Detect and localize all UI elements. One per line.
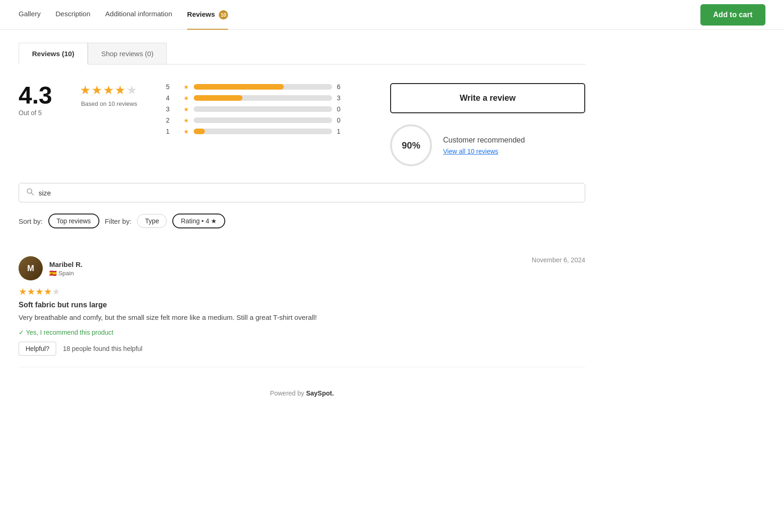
bar-fill-4 bbox=[194, 95, 242, 101]
rating-bars: 5 ★ 6 4 ★ 3 3 ★ 0 2 ★ 0 bbox=[166, 83, 342, 135]
reviews-badge: 10 bbox=[219, 10, 228, 19]
helpful-row: Helpful? 18 people found this helpful bbox=[19, 342, 585, 356]
avatar: M bbox=[19, 256, 43, 280]
bar-track-2 bbox=[194, 117, 332, 123]
filter-type[interactable]: Type bbox=[137, 214, 167, 228]
rating-number: 4.3 bbox=[19, 83, 52, 107]
star-2: ★ bbox=[91, 83, 103, 97]
sub-tabs: Reviews (10) Shop reviews (0) bbox=[19, 43, 585, 65]
bar-label-4: 4 bbox=[166, 94, 179, 102]
bar-row-1: 1 ★ 1 bbox=[166, 128, 342, 135]
recommend-text: Yes, I recommend this product bbox=[26, 329, 114, 336]
search-bar bbox=[19, 183, 585, 202]
rating-summary: 4.3 Out of 5 ★★★★★ Based on 10 reviews 5… bbox=[19, 83, 585, 166]
star-5-empty: ★ bbox=[126, 83, 138, 97]
tab-reviews-10[interactable]: Reviews (10) bbox=[19, 43, 88, 65]
star-1: ★ bbox=[80, 83, 91, 97]
view-all-reviews-link[interactable]: View all 10 reviews bbox=[443, 148, 498, 155]
bar-count-5: 6 bbox=[337, 83, 342, 91]
review-body: Very breathable and comfy, but the small… bbox=[19, 312, 585, 323]
recommend-block: 90% Customer recommended View all 10 rev… bbox=[390, 124, 585, 166]
bar-row-2: 2 ★ 0 bbox=[166, 117, 342, 124]
rating-stars-block: ★★★★★ Based on 10 reviews bbox=[80, 83, 138, 107]
brand-name: SaySpot. bbox=[306, 389, 334, 397]
reviewer-info: M Maribel R. 🇪🇸 Spain bbox=[19, 256, 83, 280]
rev-star-5-empty: ★ bbox=[52, 286, 60, 297]
search-input[interactable] bbox=[39, 189, 577, 197]
rev-star-1: ★ bbox=[19, 286, 27, 297]
bar-label-5: 5 bbox=[166, 83, 179, 91]
rev-star-4: ★ bbox=[44, 286, 52, 297]
tab-shop-reviews[interactable]: Shop reviews (0) bbox=[88, 43, 167, 64]
bar-label-1: 1 bbox=[166, 128, 179, 135]
bar-star-4: ★ bbox=[183, 95, 189, 102]
bar-label-2: 2 bbox=[166, 117, 179, 124]
powered-by: Powered by SaySpot. bbox=[19, 389, 585, 397]
rating-score-block: 4.3 Out of 5 bbox=[19, 83, 52, 117]
bar-fill-5 bbox=[194, 84, 284, 90]
main-content: Reviews (10) Shop reviews (0) 4.3 Out of… bbox=[0, 30, 604, 425]
nav-additional-information[interactable]: Additional information bbox=[105, 10, 172, 19]
svg-line-1 bbox=[32, 193, 34, 195]
rating-outof: Out of 5 bbox=[19, 109, 52, 117]
sort-filter-row: Sort by: Top reviews Filter by: Type Rat… bbox=[19, 214, 585, 228]
review-header: M Maribel R. 🇪🇸 Spain November 6, 2024 bbox=[19, 256, 585, 280]
add-to-cart-button[interactable]: Add to cart bbox=[700, 4, 765, 26]
flag-icon: 🇪🇸 bbox=[49, 270, 57, 277]
nav-reviews[interactable]: Reviews 10 bbox=[187, 10, 228, 30]
reviewer-country: 🇪🇸 Spain bbox=[49, 270, 83, 277]
checkmark-icon: ✓ bbox=[19, 329, 26, 336]
bar-star-2: ★ bbox=[183, 117, 189, 124]
based-on-text: Based on 10 reviews bbox=[80, 100, 138, 107]
nav-reviews-label: Reviews bbox=[187, 10, 215, 18]
recommend-circle: 90% bbox=[390, 124, 432, 166]
bar-count-3: 0 bbox=[337, 105, 342, 113]
bar-count-4: 3 bbox=[337, 94, 342, 102]
sort-label: Sort by: bbox=[19, 217, 43, 225]
bar-star-1: ★ bbox=[183, 128, 189, 135]
search-icon bbox=[26, 188, 34, 197]
helpful-count: 18 people found this helpful bbox=[63, 345, 142, 352]
recommend-check: ✓ Yes, I recommend this product bbox=[19, 329, 585, 336]
helpful-button[interactable]: Helpful? bbox=[19, 342, 56, 356]
bar-count-1: 1 bbox=[337, 128, 342, 135]
rev-star-2: ★ bbox=[27, 286, 35, 297]
reviewer-details: Maribel R. 🇪🇸 Spain bbox=[49, 260, 83, 277]
bar-track-5 bbox=[194, 84, 332, 90]
filter-rating-4[interactable]: Rating • 4 ★ bbox=[172, 214, 225, 228]
bar-row-4: 4 ★ 3 bbox=[166, 94, 342, 102]
top-nav: Gallery Description Additional informati… bbox=[0, 0, 784, 30]
bar-star-5: ★ bbox=[183, 84, 189, 91]
bar-row-3: 3 ★ 0 bbox=[166, 105, 342, 113]
bar-track-4 bbox=[194, 95, 332, 101]
filter-label: Filter by: bbox=[105, 217, 132, 225]
stars-display: ★★★★★ bbox=[80, 83, 138, 97]
review-title: Soft fabric but runs large bbox=[19, 301, 585, 309]
review-card: M Maribel R. 🇪🇸 Spain November 6, 2024 ★… bbox=[19, 245, 585, 367]
star-3: ★ bbox=[103, 83, 115, 97]
review-date: November 6, 2024 bbox=[532, 256, 585, 264]
rev-star-3: ★ bbox=[35, 286, 44, 297]
nav-links: Gallery Description Additional informati… bbox=[19, 10, 228, 19]
right-section: Write a review 90% Customer recommended … bbox=[390, 83, 585, 166]
bar-row-5: 5 ★ 6 bbox=[166, 83, 342, 91]
bar-track-1 bbox=[194, 129, 332, 134]
powered-by-text: Powered by bbox=[270, 389, 304, 397]
star-4: ★ bbox=[115, 83, 126, 97]
sort-top-reviews[interactable]: Top reviews bbox=[48, 214, 99, 228]
bar-star-3: ★ bbox=[183, 106, 189, 113]
bar-track-3 bbox=[194, 106, 332, 112]
bar-count-2: 0 bbox=[337, 117, 342, 124]
bar-fill-1 bbox=[194, 129, 205, 134]
write-review-button[interactable]: Write a review bbox=[390, 83, 585, 113]
review-stars: ★★★★★ bbox=[19, 286, 585, 297]
country-name: Spain bbox=[59, 270, 74, 277]
bar-label-3: 3 bbox=[166, 105, 179, 113]
nav-gallery[interactable]: Gallery bbox=[19, 10, 41, 19]
recommend-label: Customer recommended bbox=[443, 136, 525, 144]
nav-description[interactable]: Description bbox=[56, 10, 91, 19]
reviewer-name: Maribel R. bbox=[49, 260, 83, 268]
recommend-info: Customer recommended View all 10 reviews bbox=[443, 136, 525, 155]
